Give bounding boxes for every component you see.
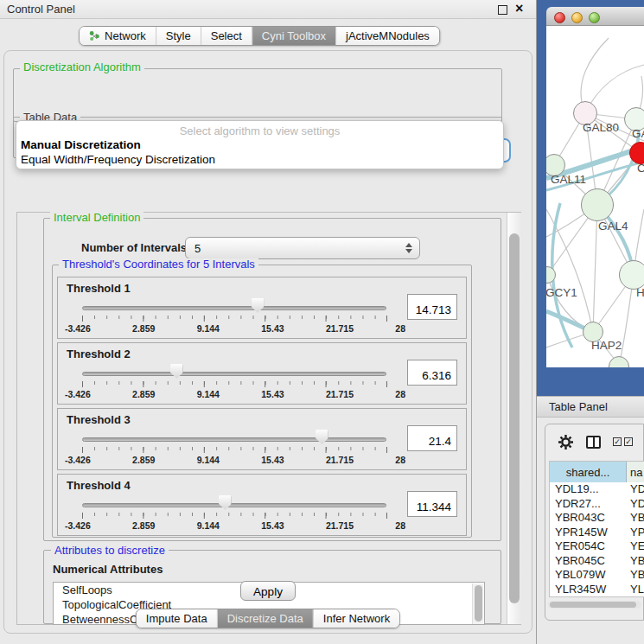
network-node-label: GCY1 <box>546 286 577 299</box>
tick-label: -3.426 <box>65 455 91 465</box>
network-node-label: C <box>637 162 644 175</box>
table-row[interactable]: YBR045CYBR045C <box>550 554 644 569</box>
table-cell[interactable]: YBR045C <box>627 554 644 569</box>
tab-style[interactable]: Style <box>156 27 201 45</box>
threshold-slider-track[interactable] <box>82 306 386 310</box>
checkbox-icon[interactable]: ✓ <box>624 437 633 446</box>
interval-definition-label: Interval Definition <box>50 212 143 224</box>
table-horizontal-scrollbar[interactable] <box>548 601 641 609</box>
table-cell[interactable]: YIL052C <box>627 596 644 597</box>
tick-labels: -3.4262.8599.14415.4321.71528 <box>65 455 405 465</box>
tick-label: 2.859 <box>132 455 155 465</box>
network-node[interactable] <box>581 188 614 221</box>
threshold-panel: Threshold 4 -3.4262.8599.14415.4321.7152… <box>57 474 467 536</box>
split-columns-icon[interactable] <box>586 436 601 449</box>
table-cell[interactable]: YPR145W <box>627 526 644 540</box>
threshold-slider-track[interactable] <box>82 372 386 376</box>
threshold-value-field[interactable] <box>407 294 457 320</box>
tick-label: 21.715 <box>326 389 354 399</box>
threshold-value-field[interactable] <box>407 491 457 517</box>
table-cell[interactable]: YBR043C <box>627 511 644 526</box>
threshold-panel: Threshold 2 -3.4262.8599.14415.4321.7152… <box>57 342 467 405</box>
gear-icon[interactable] <box>558 434 574 450</box>
table-cell[interactable]: YDL19 <box>627 482 644 497</box>
table-row[interactable]: YLR345WYLR345W <box>550 583 644 597</box>
table-cell[interactable]: YLR345W <box>627 583 644 597</box>
threshold-value-field[interactable] <box>407 360 457 386</box>
table-panel-bar: Table Panel <box>537 396 644 418</box>
num-intervals-combobox[interactable]: 5 <box>185 237 420 259</box>
threshold-value-field[interactable] <box>407 425 457 451</box>
table-cell[interactable]: YBR043C <box>550 511 627 526</box>
table-cell[interactable]: YER054C <box>627 539 644 554</box>
settings-vertical-scrollbar[interactable] <box>507 213 521 624</box>
close-icon[interactable]: × <box>515 1 523 16</box>
table-cell[interactable]: YBR045C <box>550 554 627 569</box>
close-traffic-light-icon[interactable] <box>554 12 565 23</box>
table-toolbar: ✓ ✓ <box>545 424 643 459</box>
tick-label: 2.859 <box>132 520 155 531</box>
table-row[interactable]: YDL19...YDL19 <box>550 482 644 497</box>
tab-infer-network[interactable]: Infer Network <box>313 609 399 628</box>
table-cell[interactable]: YBL079W <box>627 568 644 583</box>
column-header[interactable]: shared... <box>550 462 627 482</box>
tab-label: Network <box>105 29 146 42</box>
network-view-window: GAL80GACGAL11GAL4GCY1HHAP2 <box>546 7 644 367</box>
table-panel-window: ✓ ✓ shared... na YDL19...YDL19YDR27...YD… <box>545 424 644 621</box>
network-window-titlebar[interactable] <box>546 7 644 26</box>
column-header[interactable]: na <box>627 462 644 482</box>
tab-network[interactable]: Network <box>80 27 156 45</box>
slider-thumb[interactable] <box>252 298 265 313</box>
network-canvas[interactable]: GAL80GACGAL11GAL4GCY1HHAP2 <box>546 26 644 367</box>
table-row[interactable]: YBR043CYBR043C <box>550 511 644 526</box>
zoom-traffic-light-icon[interactable] <box>589 12 600 23</box>
tab-discretize-data[interactable]: Discretize Data <box>217 609 313 628</box>
dropdown-option[interactable]: Equal Width/Frequency Discretization <box>16 152 503 167</box>
table-row[interactable]: YPR145WYPR145W <box>550 526 644 540</box>
scrollbar-thumb[interactable] <box>475 585 482 622</box>
network-node[interactable] <box>619 260 644 290</box>
slider-major-ticks <box>82 381 387 387</box>
dropdown-prompt: Select algorithm to view settings <box>16 121 503 137</box>
float-window-icon[interactable] <box>498 5 507 15</box>
tick-labels: -3.4262.8599.14415.4321.71528 <box>65 323 405 334</box>
threshold-slider-track[interactable] <box>82 503 386 507</box>
numerical-attributes-label: Numerical Attributes <box>53 563 163 576</box>
dropdown-option[interactable]: Manual Discretization <box>16 137 503 152</box>
table-cell[interactable]: YBL079W <box>550 568 627 583</box>
table-cell[interactable]: YDR27... <box>550 497 627 512</box>
table-row[interactable]: YIL052CYIL052C <box>550 596 644 597</box>
table-row[interactable]: YDR27...YDR27 <box>550 497 644 512</box>
table-cell[interactable]: YLR345W <box>550 583 627 597</box>
tab-label: Discretize Data <box>227 612 303 625</box>
network-node-label: GAL11 <box>551 173 586 186</box>
table-cell[interactable]: YDR27 <box>627 497 644 512</box>
table-rows: YDL19...YDL19YDR27...YDR27YBR043CYBR043C… <box>550 482 644 597</box>
tab-jactivemnodules[interactable]: jActiveMNodules <box>335 27 439 45</box>
tab-impute-data[interactable]: Impute Data <box>137 609 217 628</box>
table-row[interactable]: YBL079WYBL079W <box>550 568 644 583</box>
tab-select[interactable]: Select <box>201 27 252 45</box>
control-panel-body: Discretization Algorithm Select algorith… <box>3 50 532 634</box>
checkbox-icon[interactable]: ✓ <box>613 437 622 446</box>
tick-label: 15.43 <box>261 455 284 465</box>
threshold-slider-track[interactable] <box>82 437 386 442</box>
table-cell[interactable]: YIL052C <box>550 596 627 597</box>
tab-cyni-toolbox[interactable]: Cyni Toolbox <box>252 27 335 45</box>
table-cell[interactable]: YPR145W <box>550 526 627 540</box>
table-cell[interactable]: YDL19... <box>550 482 627 497</box>
scrollbar-thumb[interactable] <box>550 602 636 608</box>
control-panel-titlebar: Control Panel × <box>0 0 536 19</box>
table-row[interactable]: YER054CYER054C <box>550 539 644 554</box>
slider-thumb[interactable] <box>170 364 183 379</box>
network-node-label: GAL80 <box>583 121 619 134</box>
attributes-list-scrollbar[interactable] <box>472 583 483 625</box>
table-cell[interactable]: YER054C <box>550 539 627 554</box>
scrollbar-thumb[interactable] <box>509 233 520 603</box>
slider-thumb[interactable] <box>219 495 232 510</box>
apply-button[interactable]: Apply <box>240 581 296 601</box>
minimize-traffic-light-icon[interactable] <box>571 12 583 23</box>
slider-thumb[interactable] <box>316 430 328 444</box>
tick-label: 21.715 <box>326 520 354 531</box>
settings-scroll-viewport: Interval Definition Number of Intervals … <box>16 212 521 625</box>
